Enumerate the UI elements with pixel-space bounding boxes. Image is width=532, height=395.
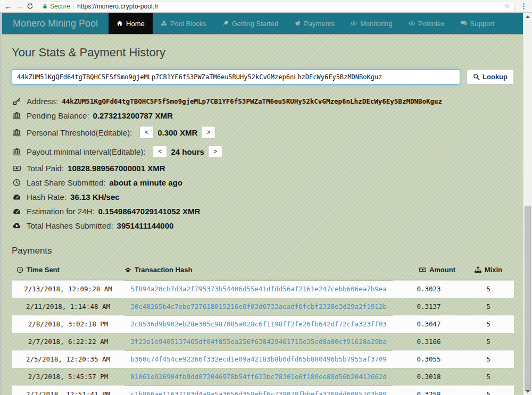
clock-icon — [16, 266, 23, 273]
nav-item-support[interactable]: Support — [453, 13, 503, 34]
payment-amount: 0.3023 — [393, 280, 455, 298]
col-header-amount: Amount — [393, 262, 455, 280]
nav-item-getting-started[interactable]: Getting Started — [214, 13, 286, 34]
col-header-label: Mixin — [485, 266, 502, 274]
transaction-hash-link[interactable]: 30c48265b4c7ebe727618015216e6f03d6733aea… — [124, 298, 393, 315]
stat-label: Address: — [27, 97, 58, 106]
refresh-icon[interactable] — [27, 3, 34, 10]
col-header-label: Transaction Hash — [135, 266, 192, 274]
secure-label: Secure — [50, 3, 70, 10]
nav-item-label: Support — [470, 20, 495, 28]
col-header-time-sent: Time Sent — [12, 262, 124, 280]
payment-mixin: 5 — [455, 350, 514, 368]
wallet-address-input[interactable] — [12, 69, 460, 85]
payment-amount: 0.3137 — [393, 298, 455, 315]
nav-item-label: Pool Blocks — [170, 20, 206, 28]
stat-last-share-submitted: Last Share Submitted:about a minute ago — [12, 175, 514, 190]
sitemap-icon — [475, 266, 481, 273]
eye-icon — [351, 20, 357, 27]
comments-icon — [461, 20, 467, 27]
stat-value: 0.300 XMR — [157, 128, 197, 137]
key-icon — [12, 97, 21, 105]
payment-time: 2/11/2018, 1:14:48 AM — [12, 298, 124, 315]
payment-time: 2/13/2018, 12:09:28 AM — [12, 280, 124, 298]
payment-row: 2/8/2018, 3:02:18 PM2c8536d9b902eb28e305… — [12, 315, 514, 333]
nav-item-payments[interactable]: Payments — [286, 13, 343, 34]
back-arrow-icon[interactable]: ← — [4, 2, 12, 10]
stat-value: 24 hours — [171, 147, 204, 156]
scrollbar-thumb[interactable] — [525, 206, 531, 391]
payment-time: 2/7/2018, 6:22:22 AM — [12, 333, 124, 350]
personal-threshold-increment-button[interactable]: > — [201, 126, 215, 139]
rocket-icon — [222, 20, 229, 27]
transaction-hash-link[interactable]: 81061e936904fb9dd073046978b54ff623bc7830… — [124, 368, 393, 385]
payment-mixin: 5 — [455, 385, 514, 395]
stat-label: Hash Rate: — [27, 192, 66, 201]
scroll-up-arrow-icon[interactable] — [523, 13, 532, 20]
col-header-label: Amount — [429, 266, 455, 274]
payment-row: 2/13/2018, 12:09:28 AM5f894a20cb7d3a2f79… — [12, 280, 514, 298]
url-separator: | — [73, 3, 74, 10]
nav-item-label: Monitoring — [360, 20, 393, 28]
page: Monero Mining Pool HomePool BlocksGettin… — [2, 13, 523, 395]
lock-icon — [42, 3, 48, 9]
payout-minimal-interval-decrement-button[interactable]: < — [153, 145, 167, 158]
stat-value: 0.273213200787 XMR — [93, 111, 173, 120]
payout-minimal-interval-increment-button[interactable]: > — [208, 145, 222, 158]
money-icon — [419, 266, 426, 273]
stat-label: Pending Balance: — [27, 111, 89, 120]
stat-value: about a minute ago — [109, 178, 182, 187]
scrollbar[interactable] — [523, 13, 532, 395]
transaction-hash-link[interactable]: c1b866ae11637183d4a9a5a3656d358ebf6c7390… — [124, 385, 393, 395]
transaction-hash-link[interactable]: 3f23e1e9405137465df04f855ea256f638429461… — [124, 333, 393, 350]
url-text: https://monero.crypto-pool.fr — [77, 3, 159, 10]
payments-section-title: Payments — [12, 246, 514, 256]
stat-pending-balance: Pending Balance:0.273213200787 XMR — [12, 108, 514, 123]
payment-row: 2/3/2018, 5:45:57 PM81061e936904fb9dd073… — [12, 368, 514, 385]
bookmark-star-icon[interactable]: ☆ — [504, 2, 510, 10]
lookup-button[interactable]: Lookup — [467, 69, 514, 85]
transaction-hash-link[interactable]: 5f894a20cb7d3a2f795373b54406d55e41dfdd56… — [124, 280, 393, 298]
tachometer-icon — [12, 193, 21, 201]
nav-item-poloniex[interactable]: Poloniex — [401, 13, 453, 34]
payment-amount: 0.3055 — [393, 350, 455, 368]
home-icon — [117, 20, 123, 27]
address-bar[interactable]: Secure | https://monero.crypto-pool.fr ☆ — [38, 2, 514, 11]
transaction-hash-link[interactable]: b360c74f454ce92266f332ecd1e09a42183b8b0d… — [124, 350, 393, 368]
bank-icon — [12, 129, 21, 137]
nav-item-home[interactable]: Home — [109, 13, 153, 34]
payment-row: 2/11/2018, 1:14:48 AM30c48265b4c7ebe7276… — [12, 298, 514, 315]
stat-personal-threshold: Personal Threshold(Editable):<0.300 XMR> — [12, 123, 514, 142]
brand-link[interactable]: Monero Mining Pool — [13, 13, 105, 34]
nav-item-label: Poloniex — [418, 20, 445, 28]
nav-item-monitoring[interactable]: Monitoring — [343, 13, 401, 34]
bank-icon — [12, 112, 21, 120]
personal-threshold-decrement-button[interactable]: < — [139, 126, 154, 139]
col-header-transaction-hash: Transaction Hash — [124, 262, 393, 280]
cloud-icon — [12, 222, 21, 230]
transaction-hash-link[interactable]: 2c8536d9b902eb28e305c987085a028c6f1198ff… — [124, 315, 393, 333]
browser-menu-icon[interactable]: ⋮ — [519, 2, 529, 10]
eye-icon — [409, 20, 415, 27]
payment-row: 2/7/2018, 6:22:22 AM3f23e1e9405137465df0… — [12, 333, 514, 350]
stat-label: Estimation for 24H: — [27, 207, 95, 216]
stat-label: Total Paid: — [27, 164, 64, 173]
nav-item-label: Payments — [304, 20, 335, 28]
money-icon — [12, 164, 21, 172]
stat-value: 0.15498647029141052 XMR — [98, 207, 201, 216]
payment-amount: 0.3018 — [393, 368, 455, 385]
payment-time: 2/3/2018, 5:45:57 PM — [12, 368, 124, 385]
payment-row: 2/2/2018, 12:51:41 PMc1b866ae11637183d4a… — [12, 385, 514, 395]
nav-item-pool-blocks[interactable]: Pool Blocks — [153, 13, 214, 34]
clock-icon — [12, 179, 21, 187]
payment-mixin: 5 — [455, 280, 514, 298]
paper-plane-icon — [294, 20, 301, 27]
lookup-form: Lookup — [12, 69, 514, 85]
tachometer-icon — [12, 207, 21, 215]
site-navbar: Monero Mining Pool HomePool BlocksGettin… — [2, 13, 523, 34]
scroll-down-arrow-icon[interactable] — [523, 388, 532, 395]
col-header-mixin: Mixin — [455, 262, 514, 280]
stat-total-paid: Total Paid:10828.989567000001 XMR — [12, 161, 514, 175]
forward-arrow-icon[interactable]: → — [15, 2, 23, 10]
stat-value: 10828.989567000001 XMR — [68, 164, 165, 173]
